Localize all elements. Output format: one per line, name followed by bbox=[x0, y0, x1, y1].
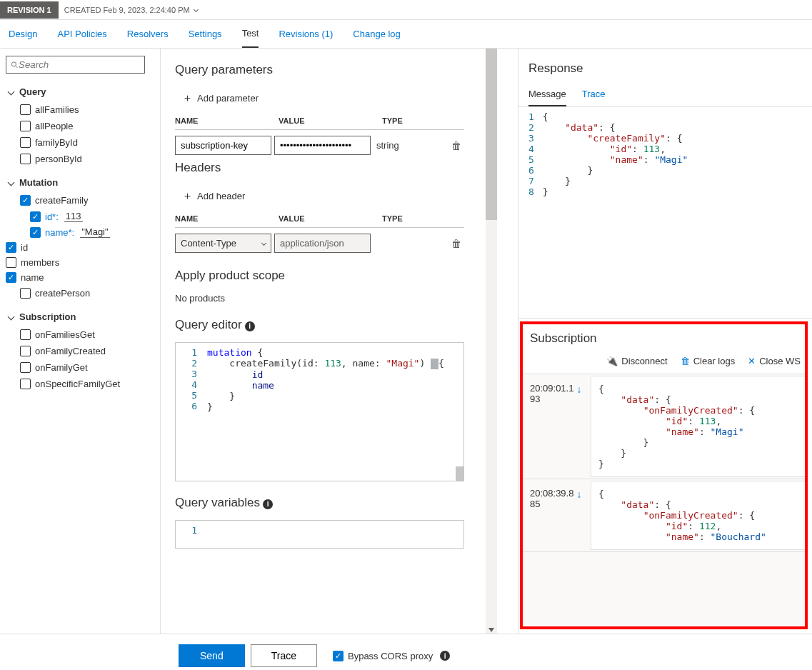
send-button[interactable]: Send bbox=[179, 644, 245, 667]
checkbox[interactable]: ✓ bbox=[333, 651, 344, 661]
query-editor[interactable]: 123456 mutation { createFamily(id: 113, … bbox=[175, 342, 464, 481]
scope-title: Apply product scope bbox=[175, 269, 464, 283]
scrollbar-thumb[interactable] bbox=[486, 49, 497, 220]
plus-icon: ＋ bbox=[182, 91, 193, 105]
op-allfamilies[interactable]: allFamilies bbox=[6, 101, 154, 118]
subscription-title: Subscription bbox=[523, 324, 805, 351]
param-name-input[interactable] bbox=[175, 136, 271, 155]
op-onspecificfamilyget[interactable]: onSpecificFamilyGet bbox=[6, 376, 154, 392]
op-onfamiliesget[interactable]: onFamiliesGet bbox=[6, 326, 154, 343]
info-icon[interactable]: i bbox=[245, 321, 255, 331]
op-onfamilycreated[interactable]: onFamilyCreated bbox=[6, 343, 154, 359]
section-toggle-query[interactable]: Query bbox=[6, 82, 154, 101]
chevron-down-icon bbox=[8, 179, 15, 186]
plug-icon: 🔌 bbox=[606, 356, 618, 366]
revision-badge: REVISION 1 bbox=[0, 1, 59, 19]
header-name-select[interactable]: Content-Type bbox=[175, 234, 271, 253]
trash-icon[interactable]: 🗑 bbox=[451, 238, 464, 249]
search-icon bbox=[11, 60, 19, 70]
header-value-input[interactable] bbox=[274, 234, 371, 253]
tab-test[interactable]: Test bbox=[242, 20, 259, 48]
param-type: string bbox=[374, 140, 416, 151]
field-name[interactable]: ✓name bbox=[6, 270, 154, 285]
tab-message[interactable]: Message bbox=[528, 83, 566, 106]
checkbox[interactable]: ✓ bbox=[20, 195, 31, 206]
clear-logs-button[interactable]: 🗑Clear logs bbox=[681, 356, 736, 366]
scrollbar-thumb[interactable] bbox=[456, 466, 463, 481]
no-products-text: No products bbox=[175, 293, 464, 304]
revision-created[interactable]: CREATED Feb 9, 2023, 2:24:40 PM bbox=[59, 6, 204, 14]
search-input-wrapper[interactable] bbox=[6, 56, 145, 74]
chevron-down-icon bbox=[8, 314, 15, 321]
svg-point-0 bbox=[11, 61, 16, 66]
add-parameter-button[interactable]: ＋Add parameter bbox=[175, 87, 464, 112]
tab-change-log[interactable]: Change log bbox=[353, 20, 401, 48]
op-allpeople[interactable]: allPeople bbox=[6, 118, 154, 134]
response-tabs: Message Trace bbox=[518, 83, 812, 107]
param-name-value[interactable]: "Magi" bbox=[80, 226, 109, 238]
add-header-button[interactable]: ＋Add header bbox=[175, 185, 464, 210]
log-json: { "data": { "onFamilyCreated": { "id": 1… bbox=[591, 376, 805, 477]
tab-settings[interactable]: Settings bbox=[189, 20, 222, 48]
request-panel: Query parameters ＋Add parameter NAME VAL… bbox=[161, 49, 518, 634]
arrow-down-icon: ↓ bbox=[576, 384, 581, 395]
op-familybyid[interactable]: familyById bbox=[6, 134, 154, 151]
checkbox[interactable] bbox=[20, 346, 31, 356]
tab-design[interactable]: Design bbox=[9, 20, 37, 48]
scroll-down-icon[interactable] bbox=[488, 628, 494, 632]
editor-body[interactable] bbox=[204, 521, 463, 548]
bypass-cors-toggle[interactable]: ✓ Bypass CORS proxy i bbox=[333, 651, 450, 661]
main-tabs: Design API Policies Resolvers Settings T… bbox=[0, 20, 812, 49]
op-createfamily[interactable]: ✓createFamily bbox=[6, 192, 154, 209]
op-createperson[interactable]: createPerson bbox=[6, 285, 154, 301]
tab-api-policies[interactable]: API Policies bbox=[57, 20, 106, 48]
disconnect-button[interactable]: 🔌Disconnect bbox=[606, 356, 667, 366]
editor-body[interactable]: mutation { createFamily(id: 113, name: "… bbox=[204, 343, 463, 481]
search-input[interactable] bbox=[19, 59, 140, 70]
info-icon[interactable]: i bbox=[440, 651, 450, 661]
tab-resolvers[interactable]: Resolvers bbox=[127, 20, 169, 48]
field-members[interactable]: members bbox=[6, 255, 154, 270]
trash-icon[interactable]: 🗑 bbox=[451, 140, 464, 151]
checkbox[interactable] bbox=[20, 288, 31, 299]
checkbox[interactable]: ✓ bbox=[6, 272, 16, 283]
section-toggle-subscription[interactable]: Subscription bbox=[6, 307, 154, 326]
checkbox[interactable] bbox=[20, 137, 31, 148]
field-id[interactable]: ✓id bbox=[6, 240, 154, 255]
section-toggle-mutation[interactable]: Mutation bbox=[6, 173, 154, 192]
chevron-down-icon bbox=[261, 241, 266, 246]
response-body[interactable]: 12345678 { "data": { "createFamily": { "… bbox=[518, 111, 812, 319]
op-onfamilyget[interactable]: onFamilyGet bbox=[6, 359, 154, 376]
checkbox[interactable]: ✓ bbox=[30, 227, 41, 238]
param-id-value[interactable]: 113 bbox=[64, 211, 83, 222]
checkbox[interactable] bbox=[20, 362, 31, 373]
checkbox[interactable] bbox=[20, 104, 31, 115]
checkbox[interactable] bbox=[6, 257, 16, 268]
response-title: Response bbox=[518, 61, 812, 83]
tab-revisions[interactable]: Revisions (1) bbox=[279, 20, 333, 48]
checkbox[interactable] bbox=[20, 379, 31, 389]
trace-button[interactable]: Trace bbox=[251, 644, 317, 667]
op-personbyid[interactable]: personById bbox=[6, 151, 154, 167]
param-value-input[interactable] bbox=[274, 136, 371, 155]
response-gutter: 12345678 bbox=[528, 111, 543, 318]
operations-sidebar: Query allFamilies allPeople familyById p… bbox=[0, 49, 161, 634]
checkbox[interactable]: ✓ bbox=[30, 211, 41, 222]
checkbox[interactable]: ✓ bbox=[6, 242, 16, 253]
trash-icon: 🗑 bbox=[681, 356, 690, 366]
arrow-down-icon: ↓ bbox=[576, 489, 581, 500]
query-variables-title: Query variablesi bbox=[175, 496, 464, 510]
checkbox[interactable] bbox=[20, 154, 31, 164]
query-variables-editor[interactable]: 1 bbox=[175, 520, 464, 549]
param-name[interactable]: ✓ name*: "Magi" bbox=[6, 224, 154, 240]
scrollbar[interactable] bbox=[486, 49, 497, 634]
checkbox[interactable] bbox=[20, 121, 31, 131]
log-timestamp: 20:08:39.885 ↓ bbox=[523, 479, 591, 551]
param-id[interactable]: ✓ id*: 113 bbox=[6, 209, 154, 224]
checkbox[interactable] bbox=[20, 329, 31, 340]
info-icon[interactable]: i bbox=[263, 499, 273, 509]
subscription-log[interactable]: 20:09:01.193 ↓ { "data": { "onFamilyCrea… bbox=[523, 374, 805, 626]
svg-line-1 bbox=[16, 66, 18, 68]
tab-trace[interactable]: Trace bbox=[582, 83, 606, 106]
close-ws-button[interactable]: ✕Close WS bbox=[748, 356, 801, 366]
